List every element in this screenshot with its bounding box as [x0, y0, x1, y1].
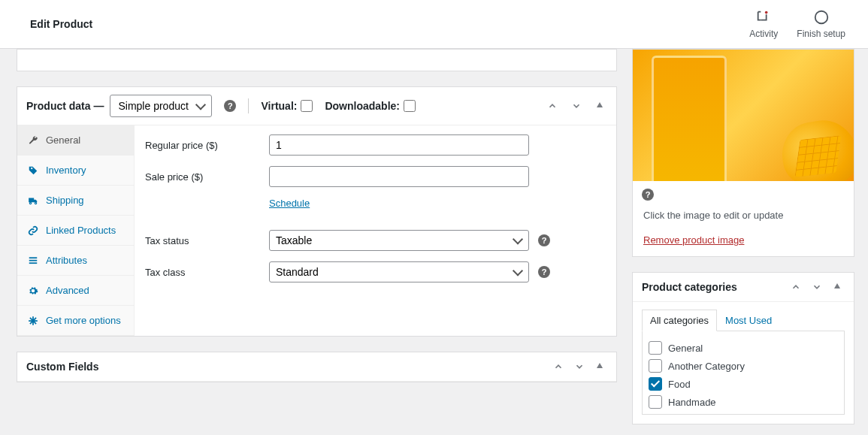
page-title: Edit Product: [30, 18, 92, 30]
svg-point-3: [35, 202, 36, 204]
tab-general[interactable]: General: [17, 125, 134, 156]
list-icon: [28, 255, 38, 266]
tax-class-label: Tax class: [145, 267, 269, 278]
category-checkbox-general[interactable]: [649, 341, 662, 355]
product-image-thumbnail[interactable]: [633, 50, 854, 181]
category-checkbox-another[interactable]: [649, 359, 662, 373]
tab-inventory[interactable]: Inventory: [17, 156, 134, 186]
tab-linked-label: Linked Products: [46, 225, 116, 236]
link-icon: [28, 225, 38, 236]
activity-button[interactable]: Activity: [749, 9, 778, 39]
panel-up-icon[interactable]: [788, 280, 804, 294]
product-image-caption: Click the image to edit or update: [642, 201, 845, 221]
downloadable-checkbox[interactable]: [404, 100, 416, 112]
tab-shipping[interactable]: Shipping: [17, 186, 134, 216]
panel-up-icon[interactable]: [544, 99, 561, 113]
tab-inventory-label: Inventory: [46, 165, 86, 176]
schedule-link[interactable]: Schedule: [269, 198, 310, 209]
tab-more-label: Get more options: [46, 315, 121, 326]
tag-icon: [28, 165, 38, 176]
tax-class-select[interactable]: Standard: [269, 261, 529, 282]
category-label: General: [668, 343, 703, 354]
product-data-label: Product data —: [26, 100, 104, 112]
category-item[interactable]: Food: [649, 375, 838, 393]
tab-general-label: General: [46, 134, 80, 146]
product-type-select[interactable]: Simple product: [110, 95, 212, 117]
category-item[interactable]: Another Category: [649, 357, 838, 375]
category-item[interactable]: General: [649, 339, 838, 357]
help-icon[interactable]: ?: [642, 189, 654, 201]
panel-collapse-icon[interactable]: [592, 99, 607, 113]
previous-panel-edge: [17, 49, 617, 71]
svg-point-1: [815, 11, 827, 24]
divider: [248, 98, 249, 113]
category-label: Another Category: [668, 361, 745, 372]
tab-attributes-label: Attributes: [46, 255, 87, 266]
help-icon[interactable]: ?: [538, 234, 550, 246]
panel-collapse-icon[interactable]: [592, 360, 607, 373]
topbar-actions: Activity Finish setup: [749, 9, 845, 39]
category-item[interactable]: Handmade: [649, 393, 838, 411]
finish-setup-icon: [813, 9, 830, 26]
custom-fields-panel: Custom Fields: [17, 352, 617, 382]
tab-linked-products[interactable]: Linked Products: [17, 216, 134, 246]
category-checkbox-food[interactable]: [649, 377, 662, 391]
category-tabs: All categories Most Used: [642, 310, 845, 331]
tab-shipping-label: Shipping: [46, 195, 84, 206]
svg-point-2: [29, 202, 31, 204]
tab-all-categories[interactable]: All categories: [642, 310, 717, 331]
panel-down-icon[interactable]: [568, 99, 585, 113]
help-icon[interactable]: ?: [224, 100, 236, 112]
virtual-checkbox-group[interactable]: Virtual:: [261, 100, 313, 112]
remove-product-image-link[interactable]: Remove product image: [643, 234, 744, 246]
svg-rect-4: [29, 257, 38, 258]
downloadable-checkbox-group[interactable]: Downloadable:: [325, 100, 416, 112]
gear-icon: [28, 285, 38, 296]
finish-setup-label: Finish setup: [797, 29, 845, 39]
tab-advanced[interactable]: Advanced: [17, 276, 134, 306]
product-categories-panel: Product categories All categories Most U…: [632, 272, 854, 424]
panel-down-icon[interactable]: [571, 360, 588, 373]
virtual-checkbox[interactable]: [301, 100, 313, 112]
sale-price-label: Sale price ($): [145, 171, 269, 183]
category-list: General Another Category Food Handmade: [642, 331, 845, 415]
svg-rect-6: [29, 262, 38, 264]
help-icon[interactable]: ?: [538, 266, 550, 278]
product-image-panel: ? Click the image to edit or update Remo…: [632, 49, 854, 257]
regular-price-label: Regular price ($): [145, 140, 269, 151]
finish-setup-button[interactable]: Finish setup: [797, 9, 845, 39]
wrench-icon: [28, 135, 38, 146]
category-label: Handmade: [668, 397, 716, 408]
panel-collapse-icon[interactable]: [830, 280, 845, 294]
tab-most-used[interactable]: Most Used: [717, 310, 780, 331]
svg-rect-5: [29, 259, 38, 261]
activity-icon: [755, 9, 772, 26]
category-label: Food: [668, 379, 691, 390]
plus-icon: [28, 316, 38, 326]
product-data-panel: Product data — Simple product ? Virtual:…: [17, 86, 617, 337]
product-categories-title: Product categories: [642, 281, 737, 293]
top-bar: Edit Product Activity Finish setup: [0, 0, 868, 49]
product-data-tabs: General Inventory Shipping Linked Produc…: [17, 125, 135, 336]
product-data-header: Product data — Simple product ? Virtual:…: [17, 87, 616, 125]
panel-down-icon[interactable]: [809, 280, 825, 294]
custom-fields-title: Custom Fields: [26, 361, 98, 373]
truck-icon: [28, 195, 38, 206]
tax-status-label: Tax status: [145, 235, 269, 246]
downloadable-label: Downloadable:: [325, 100, 400, 112]
virtual-label: Virtual:: [261, 100, 297, 112]
tab-advanced-label: Advanced: [46, 285, 89, 296]
panel-up-icon[interactable]: [550, 360, 567, 373]
svg-point-0: [765, 11, 768, 14]
tab-attributes[interactable]: Attributes: [17, 246, 134, 276]
activity-label: Activity: [749, 29, 778, 39]
regular-price-input[interactable]: [269, 134, 529, 156]
sale-price-input[interactable]: [269, 166, 529, 187]
tax-status-select[interactable]: Taxable: [269, 230, 529, 251]
product-data-fields: Regular price ($) Sale price ($): [135, 125, 616, 336]
category-checkbox-handmade[interactable]: [649, 395, 662, 409]
tab-get-more-options[interactable]: Get more options: [17, 306, 134, 336]
